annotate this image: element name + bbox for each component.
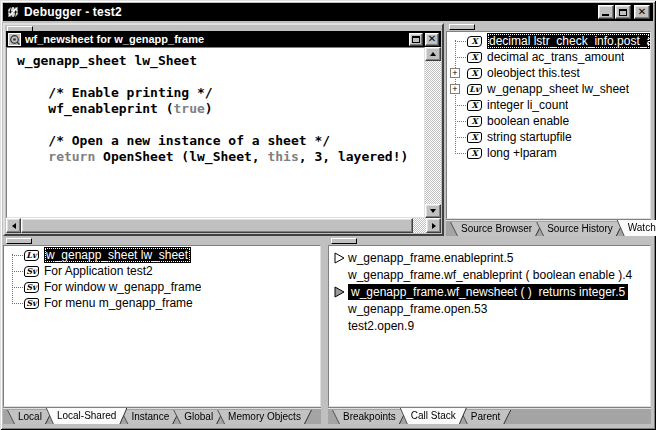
window-title: Debugger - test2 (24, 5, 598, 19)
code-segment (17, 149, 48, 164)
close-button[interactable]: ✕ (634, 5, 650, 19)
scroll-up-button[interactable] (425, 47, 441, 61)
tree-item-label: boolean enable (487, 114, 569, 128)
callstack-item[interactable]: w_genapp_frame.open.53 (329, 300, 650, 317)
variable-icon: X (467, 100, 482, 111)
callstack-item-label: test2.open.9 (348, 319, 414, 333)
arrow-down-icon (430, 209, 436, 213)
maximize-icon (412, 36, 420, 43)
shared-variable-icon: Sv (24, 282, 39, 293)
callstack-list[interactable]: w_genapp_frame.enableprint.5w_genapp_fra… (328, 245, 651, 407)
script-maximize-button[interactable] (409, 33, 423, 46)
code-line (17, 69, 424, 85)
watch-item[interactable]: +Lvw_genapp_sheet lw_sheet (447, 81, 650, 97)
watch-item[interactable]: +Xoleobject this.test (447, 65, 650, 81)
debugger-app-icon (6, 5, 20, 19)
scroll-right-button[interactable] (426, 218, 441, 233)
tab-parent[interactable]: Parent (461, 410, 510, 424)
tree-item-label: integer li_count (487, 98, 568, 112)
tree-item-label: For Application test2 (44, 264, 153, 278)
tree-connector (12, 271, 23, 272)
callstack-item-label: w_genapp_frame.wf_enableprint ( boolean … (348, 268, 632, 282)
pane-grip[interactable] (6, 238, 32, 244)
code-segment: /* Open a new instance of a sheet */ (17, 133, 330, 148)
code-line: w_genapp_sheet lw_Sheet (17, 53, 424, 69)
current-line-arrow-icon (334, 286, 348, 298)
arrow-up-icon (430, 52, 436, 56)
tree-item-label: For menu m_genapp_frame (44, 296, 193, 310)
variable-item[interactable]: Lvw_genapp_sheet lw_sheet (4, 247, 320, 263)
watch-tree[interactable]: Xdecimal lstr_check_info.post_amtXdecima… (446, 31, 651, 219)
tab-memory-objects[interactable]: Memory Objects (218, 410, 311, 424)
tree-item-label: string startupfile (487, 130, 572, 144)
callstack-item-label: w_genapp_frame.open.53 (348, 302, 487, 316)
watch-pane: Xdecimal lstr_check_info.post_amtXdecima… (446, 23, 651, 236)
script-icon (8, 33, 21, 46)
watch-item[interactable]: Xstring startupfile (447, 129, 650, 145)
watch-item[interactable]: Xdecimal lstr_check_info.post_amt (447, 33, 650, 49)
tree-connector (455, 57, 466, 58)
pane-grip[interactable] (331, 238, 357, 244)
variable-item[interactable]: SvFor menu m_genapp_frame (4, 295, 320, 311)
code-segment: wf_enableprint ( (17, 101, 174, 116)
tab-source-history[interactable]: Source History (537, 222, 623, 236)
arrow-right-icon (432, 223, 436, 229)
variable-icon: X (467, 116, 482, 127)
horizontal-scroll-track[interactable] (21, 218, 426, 233)
callstack-pane: w_genapp_frame.enableprint.5w_genapp_fra… (328, 237, 651, 424)
callstack-item[interactable]: w_genapp_frame.wf_enableprint ( boolean … (329, 266, 650, 283)
vertical-scroll-track[interactable] (425, 61, 441, 204)
code-segment: OpenSheet (lw_Sheet, (95, 149, 267, 164)
pane-grip[interactable] (449, 24, 475, 30)
close-icon: ✕ (638, 7, 646, 17)
script-window-titlebar[interactable]: wf_newsheet for w_genapp_frame ✕ (6, 31, 441, 47)
main-titlebar[interactable]: Debugger - test2 ✕ (3, 3, 653, 21)
tab-instance[interactable]: Instance (121, 410, 179, 424)
tab-source-browser[interactable]: Source Browser (451, 222, 542, 236)
minimize-button[interactable] (598, 5, 614, 19)
code-editor[interactable]: w_genapp_sheet lw_Sheet /* Enable printi… (6, 47, 425, 218)
scroll-left-button[interactable] (6, 218, 21, 233)
variables-pane: Lvw_genapp_sheet lw_sheetSvFor Applicati… (3, 237, 321, 424)
code-segment: , 3, layered!) (299, 149, 409, 164)
watch-item[interactable]: Xinteger li_count (447, 97, 650, 113)
code-line: return OpenSheet (lw_Sheet, this, 3, lay… (17, 149, 424, 165)
callstack-item[interactable]: w_genapp_frame.enableprint.5 (329, 249, 650, 266)
tab-watch[interactable]: Watch (618, 220, 656, 236)
tree-item-label: w_genapp_sheet lw_sheet (44, 247, 191, 263)
variable-icon: X (467, 132, 482, 143)
vertical-scrollbar[interactable] (425, 47, 441, 218)
expand-plus-icon[interactable]: + (450, 84, 460, 94)
tab-local[interactable]: Local (8, 410, 52, 424)
watch-item[interactable]: Xdecimal ac_trans_amount (447, 49, 650, 65)
callstack-item-label: w_genapp_frame.enableprint.5 (348, 251, 513, 265)
variable-icon: X (467, 52, 482, 63)
tab-breakpoints[interactable]: Breakpoints (333, 410, 406, 424)
horizontal-scrollbar[interactable] (6, 218, 441, 233)
callstack-item[interactable]: test2.open.9 (329, 317, 650, 334)
close-icon: ✕ (428, 34, 436, 44)
tab-local-shared[interactable]: Local-Shared (47, 408, 126, 424)
variables-tree[interactable]: Lvw_genapp_sheet lw_sheetSvFor Applicati… (3, 245, 321, 407)
tab-call-stack[interactable]: Call Stack (401, 408, 466, 424)
mdi-client-area: wf_newsheet for w_genapp_frame ✕ w_genap… (3, 22, 653, 427)
scroll-down-button[interactable] (425, 204, 441, 218)
code-line (17, 117, 424, 133)
tree-connector (455, 121, 466, 122)
current-line-arrow-icon (334, 252, 348, 264)
tree-item-label: long +lparam (487, 146, 557, 160)
watch-item[interactable]: Xboolean enable (447, 113, 650, 129)
maximize-button[interactable] (615, 5, 631, 19)
tab-global[interactable]: Global (174, 410, 223, 424)
variable-item[interactable]: SvFor Application test2 (4, 263, 320, 279)
variable-item[interactable]: SvFor window w_genapp_frame (4, 279, 320, 295)
tree-connector (455, 137, 466, 138)
code-line: /* Open a new instance of a sheet */ (17, 133, 424, 149)
callstack-item[interactable]: w_genapp_frame.wf_newsheet ( ) returns i… (329, 283, 650, 300)
code-segment: return (48, 149, 95, 164)
expand-plus-icon[interactable]: + (450, 68, 460, 78)
horizontal-scroll-thumb[interactable] (21, 218, 413, 233)
script-close-button[interactable]: ✕ (425, 33, 439, 46)
watch-item[interactable]: Xlong +lparam (447, 145, 650, 161)
callstack-tabstrip: BreakpointsCall StackParent (328, 407, 651, 424)
